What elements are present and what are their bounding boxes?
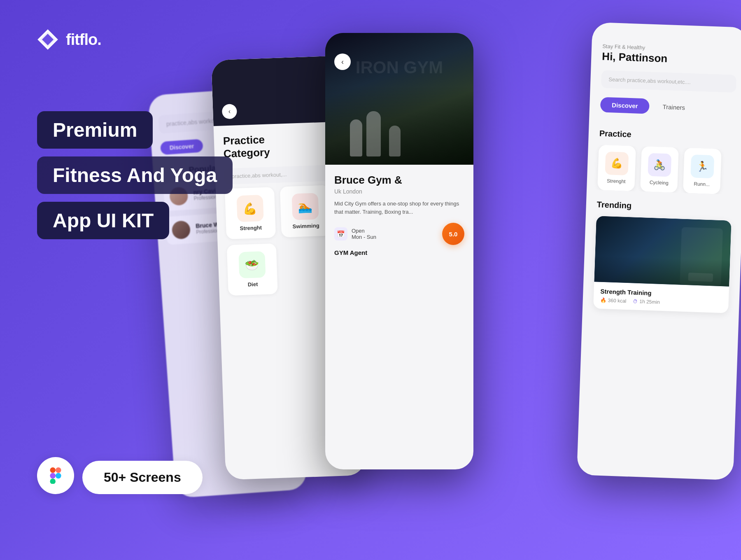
figma-icon [47,467,64,484]
phone3-content: Bruce Gym & Uk London Mid City Gym offer… [325,165,473,265]
brand-name: fitflo. [66,31,101,49]
phone4-tabs: Discover Trainers [600,97,736,117]
running-practice-label: Runn... [694,181,710,187]
gym-bg-text: IRON GYM [356,58,443,77]
svg-point-8 [56,473,61,479]
fire-icon: 🔥 [600,297,606,303]
phone4-trending-card: Strength Training 🔥 360 kcal ⏱ 1h 25min [593,216,732,313]
hero-label-premium: Premium [37,111,153,149]
gym-name: Bruce Gym & [334,174,464,187]
practice-item-cycling[interactable]: 🚴 Cycleing [640,146,679,193]
calendar-icon: 📅 [334,227,347,240]
strenght-practice-label: Strenght [607,178,626,184]
phone3-back-button[interactable]: ‹ [334,54,351,70]
trainer-avatar-2 [171,220,191,240]
phone2-back-button[interactable]: ‹ [222,104,237,119]
meta-time: ⏱ 1h 25min [633,299,660,305]
gym-hours-row: 📅 Open Mon - Sun 5.0 [334,223,464,245]
person-sil-2 [366,111,381,156]
rating-value: 5.0 [442,223,464,245]
phone2-cat-strenght[interactable]: 💪 Strenght [225,187,276,239]
strenght-practice-icon: 💪 [605,152,629,175]
gym-hours-text: Open Mon - Sun [352,228,376,240]
phone1-tab-discover: Discover [160,139,203,155]
cycling-practice-icon: 🚴 [648,153,671,177]
figma-badge [37,457,74,494]
running-practice-icon: 🏃 [690,154,714,178]
hero-label-appui: App UI KIT [37,202,169,239]
svg-rect-5 [56,467,61,473]
tab-trainers[interactable]: Trainers [655,99,693,115]
tab-discover[interactable]: Discover [600,97,650,114]
trending-meta: 🔥 360 kcal ⏱ 1h 25min [600,297,722,307]
diet-label: Diet [248,281,258,288]
trending-gradient [594,255,730,286]
svg-rect-7 [50,478,56,484]
gym-agent-label: GYM Agent [334,249,464,256]
meta-kcal: 🔥 360 kcal [600,297,627,304]
phone4-search[interactable]: Search practice,abs workout,etc.... [601,70,736,93]
person-sil-3 [389,126,401,156]
trending-title: Strength Training [600,288,722,299]
strenght-label: Strenght [240,225,262,232]
clock-icon: ⏱ [633,299,638,304]
person-sil-1 [350,119,362,156]
practice-item-strenght[interactable]: 💪 Strenght [597,145,636,191]
gym-description: Mid City Gym offers a one-stop shop for … [334,200,464,216]
phone4-practice-row: 💪 Strenght 🚴 Cycleing 🏃 Runn... [587,145,741,195]
screens-label: 50+ Screens [104,470,181,485]
gym-location: Uk London [334,188,464,195]
screens-badge: 50+ Screens [82,461,203,494]
trending-info: Strength Training 🔥 360 kcal ⏱ 1h 25min [593,282,729,313]
gym-rating: 5.0 [442,223,464,245]
phone2-cat-diet[interactable]: 🥗 Diet [227,243,278,296]
strenght-icon: 💪 [237,195,264,222]
cycling-practice-label: Cycleing [650,180,669,186]
phone-3: IRON GYM ‹ Bruce Gym & Uk London Mid Cit… [325,33,473,469]
hero-label-fitness: Fitness And Yoga [37,156,233,194]
phone3-hero-image: IRON GYM ‹ [325,33,473,165]
phone-4: Stay Fit & Healthy Hi, Pattinson Search … [577,22,741,481]
diet-icon: 🥗 [238,251,266,278]
svg-rect-6 [50,473,56,479]
logo-area: fitflo. [37,29,101,50]
section-trending-title: Trending [586,199,741,214]
practice-item-running[interactable]: 🏃 Runn... [683,148,722,194]
trending-image [594,216,731,286]
phone2-cat-swimming[interactable]: 🏊 Swimming [280,185,331,238]
swimming-icon: 🏊 [291,193,319,220]
swimming-label: Swimming [292,223,319,230]
phone4-header: Stay Fit & Healthy Hi, Pattinson Search … [589,22,741,134]
svg-rect-4 [50,467,56,473]
logo-icon [37,29,58,50]
